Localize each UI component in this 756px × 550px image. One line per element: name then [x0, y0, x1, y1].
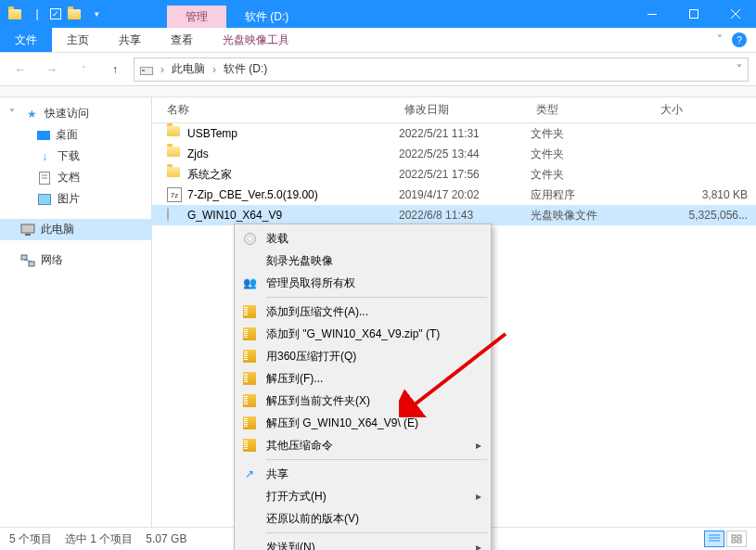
nav-pane: ˅ ★ 快速访问 桌面 ↓ 下载 文档 图片 此电脑 网络 [0, 97, 152, 527]
svg-rect-11 [25, 234, 31, 236]
sidebar-documents[interactable]: 文档 [0, 167, 151, 188]
sidebar-item-label: 下载 [58, 148, 80, 164]
sidebar-item-label: 此电脑 [41, 222, 74, 237]
users-icon: 👥 [240, 274, 259, 292]
breadcrumb-pc[interactable]: 此电脑 [172, 61, 205, 77]
back-button[interactable]: ← [7, 57, 33, 83]
ctx-extract-to[interactable]: 解压到(F)... [237, 367, 489, 390]
recent-dropdown[interactable]: ˅ [70, 57, 96, 83]
details-view-button[interactable] [704, 531, 724, 547]
download-icon: ↓ [37, 149, 52, 164]
ctx-open-with[interactable]: 打开方式(H)▸ [237, 485, 489, 507]
context-menu: 装载 刻录光盘映像 👥管理员取得所有权 添加到压缩文件(A)... 添加到 "G… [234, 224, 492, 550]
file-row[interactable]: Zjds2022/5/25 13:44文件夹 [152, 144, 756, 164]
chevron-down-icon[interactable]: ˅ [9, 108, 19, 121]
ctx-burn[interactable]: 刻录光盘映像 [237, 249, 489, 272]
folder-qat-icon[interactable] [65, 5, 83, 23]
chevron-right-icon[interactable]: › [209, 63, 220, 76]
ctx-restore[interactable]: 还原以前的版本(V) [237, 507, 489, 530]
svg-rect-20 [732, 540, 736, 543]
sidebar-quick-access[interactable]: ˅ ★ 快速访问 [0, 103, 151, 124]
file-date: 2022/5/21 17:56 [399, 168, 531, 181]
ctx-extract-named[interactable]: 解压到 G_WIN10_X64_V9\ (E) [237, 412, 489, 434]
help-icon[interactable]: ? [732, 32, 747, 47]
file-size: 5,325,056... [655, 209, 748, 222]
ctx-add-archive[interactable]: 添加到压缩文件(A)... [237, 301, 489, 323]
col-type[interactable]: 类型 [536, 102, 660, 118]
disc-tools-tab[interactable]: 光盘映像工具 [208, 28, 304, 52]
file-date: 2022/5/25 13:44 [399, 147, 531, 160]
svg-rect-0 [647, 14, 657, 15]
file-type: 文件夹 [531, 167, 655, 183]
titlebar: | ✓ ▾ 管理 软件 (D:) [0, 0, 756, 28]
sidebar-this-pc[interactable]: 此电脑 [0, 219, 151, 240]
svg-rect-18 [732, 535, 736, 538]
forward-button[interactable]: → [39, 57, 65, 83]
col-size[interactable]: 大小 [660, 102, 683, 118]
breadcrumb-drive[interactable]: 软件 (D:) [224, 61, 267, 77]
ctx-open-360[interactable]: 用360压缩打开(Q) [237, 345, 489, 367]
ctx-extract-here[interactable]: 解压到当前文件夹(X) [237, 390, 489, 412]
file-date: 2022/6/8 11:43 [399, 209, 531, 222]
ribbon-tabs: 文件 主页 共享 查看 光盘映像工具 ˅ ? [0, 28, 756, 53]
ctx-add-to-zip[interactable]: 添加到 "G_WIN10_X64_V9.zip" (T) [237, 323, 489, 345]
home-tab[interactable]: 主页 [52, 28, 104, 52]
status-count: 5 个项目 [9, 531, 52, 547]
breadcrumb-bar[interactable]: › 此电脑 › 软件 (D:) ˅ [134, 58, 749, 82]
file-size: 3,810 KB [655, 188, 748, 201]
ctx-admin[interactable]: 👥管理员取得所有权 [237, 272, 489, 294]
svg-rect-5 [142, 70, 145, 71]
col-date[interactable]: 修改日期 [404, 102, 536, 118]
ctx-send-to[interactable]: 发送到(N)▸ [237, 536, 489, 550]
separator [266, 532, 487, 533]
checkbox-icon[interactable]: ✓ [50, 8, 61, 19]
sidebar-downloads[interactable]: ↓ 下载 [0, 146, 151, 167]
file-type: 应用程序 [531, 187, 655, 203]
sidebar-pictures[interactable]: 图片 [0, 188, 151, 210]
network-icon [20, 253, 35, 268]
share-tab[interactable]: 共享 [104, 28, 156, 52]
folder-icon [167, 167, 182, 182]
sidebar-network[interactable]: 网络 [0, 249, 151, 271]
status-selection: 选中 1 个项目 [65, 531, 133, 547]
drive-icon [140, 64, 153, 75]
ctx-mount[interactable]: 装载 [237, 227, 489, 249]
file-tab[interactable]: 文件 [0, 28, 52, 52]
file-type: 文件夹 [531, 126, 655, 142]
sidebar-desktop[interactable]: 桌面 [0, 124, 151, 146]
qat-dropdown-icon[interactable]: ▾ [87, 5, 106, 23]
folder-icon [167, 126, 182, 141]
close-button[interactable] [714, 0, 756, 28]
ribbon-collapse-icon[interactable]: ˅ [717, 33, 723, 46]
file-row[interactable]: 7z7-Zip_CBE_Ver.5.0(19.00)2019/4/17 20:0… [152, 185, 756, 205]
col-name[interactable]: 名称 [167, 102, 404, 118]
minimize-button[interactable] [631, 0, 673, 28]
up-button[interactable]: ↑ [102, 57, 128, 83]
ctx-share[interactable]: ↗共享 [237, 463, 489, 485]
file-date: 2022/5/21 11:31 [399, 127, 531, 140]
quick-access-toolbar: | ✓ ▾ [0, 5, 111, 23]
file-row[interactable]: G_WIN10_X64_V92022/6/8 11:43光盘映像文件5,325,… [152, 205, 756, 225]
pictures-icon [37, 192, 52, 207]
ctx-other-zip[interactable]: 其他压缩命令▸ [237, 434, 489, 456]
sidebar-item-label: 文档 [58, 170, 80, 185]
file-name: USBTemp [187, 127, 237, 140]
explorer-icon [6, 5, 24, 23]
icons-view-button[interactable] [726, 531, 747, 547]
svg-rect-12 [21, 255, 27, 260]
manage-tab[interactable]: 管理 [167, 6, 226, 28]
file-name: Zjds [187, 147, 209, 160]
separator [266, 459, 487, 460]
zip-icon [240, 391, 259, 410]
disc-icon [167, 208, 182, 223]
view-tab[interactable]: 查看 [156, 28, 208, 52]
file-row[interactable]: 系统之家2022/5/21 17:56文件夹 [152, 164, 756, 185]
zip-icon [240, 302, 259, 321]
separator [266, 297, 487, 298]
pc-icon [20, 223, 35, 237]
chevron-right-icon[interactable]: › [157, 63, 168, 76]
maximize-button[interactable] [673, 0, 714, 28]
zip-icon [240, 369, 259, 388]
breadcrumb-dropdown-icon[interactable]: ˅ [737, 63, 742, 76]
file-row[interactable]: USBTemp2022/5/21 11:31文件夹 [152, 123, 756, 144]
